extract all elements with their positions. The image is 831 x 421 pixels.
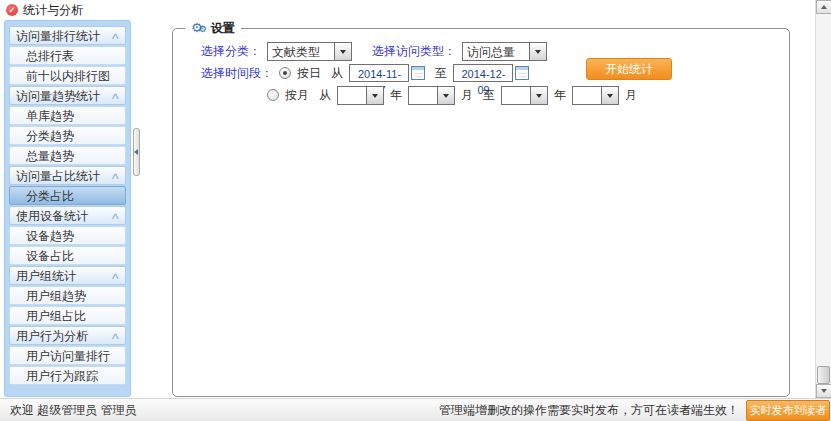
to-month-value (572, 86, 602, 105)
welcome-text: 欢迎 超级管理员 管理员 (10, 399, 137, 421)
sidebar-section-visit-ranking[interactable]: 访问量排行统计 ∧ (9, 26, 126, 45)
gear-icon: ⚙⚙ (191, 21, 207, 36)
dropdown-arrow-icon[interactable] (602, 86, 619, 105)
sidebar-item-total-trend[interactable]: 总量趋势 (9, 146, 126, 165)
sidebar-item-user-visit-ranking[interactable]: 用户访问量排行 (9, 346, 126, 365)
sidebar-item-single-db-trend[interactable]: 单库趋势 (9, 106, 126, 125)
chevron-up-icon: ∧ (110, 87, 121, 105)
section-label: 访问量占比统计 (16, 167, 100, 185)
dropdown-arrow-icon[interactable] (367, 86, 384, 105)
sidebar-item-user-behavior-tracking[interactable]: 用户行为跟踪 (9, 366, 126, 385)
settings-legend-label: 设置 (211, 20, 235, 37)
period-label: 选择时间段： (201, 65, 273, 82)
section-label: 访问量趋势统计 (16, 87, 100, 105)
category-select-value: 文献类型 (267, 42, 335, 61)
publish-button[interactable]: 实时发布到读者端 (746, 400, 830, 421)
sidebar-item-top10-chart[interactable]: 前十以内排行图 (9, 66, 126, 85)
scrollbar-thumb[interactable] (817, 366, 830, 384)
sidebar-section-device[interactable]: 使用设备统计 ∧ (9, 206, 126, 225)
arrow-down-icon (821, 389, 827, 396)
to-month-select[interactable] (572, 86, 619, 105)
sidebar-item-category-trend[interactable]: 分类趋势 (9, 126, 126, 145)
to-year-select[interactable] (501, 86, 548, 105)
sidebar-section-user-behavior[interactable]: 用户行为分析 ∧ (9, 326, 126, 345)
month-label: 月 (625, 87, 637, 104)
dropdown-arrow-icon[interactable] (335, 42, 352, 61)
section-label: 用户组统计 (16, 267, 76, 285)
scroll-up-button[interactable] (816, 0, 831, 14)
date-from-input[interactable]: 2014-11-17 (349, 64, 409, 82)
from-label: 从 (331, 65, 343, 82)
from-year-select[interactable] (337, 86, 384, 105)
sidebar-item-device-trend[interactable]: 设备趋势 (9, 226, 126, 245)
by-month-label: 按月 (285, 87, 309, 104)
arrow-up-icon (821, 2, 827, 9)
sidebar-collapse-handle[interactable] (133, 128, 140, 176)
to-label: 至 (483, 87, 495, 104)
month-label: 月 (461, 87, 473, 104)
section-label: 访问量排行统计 (16, 27, 100, 45)
section-label: 用户行为分析 (16, 327, 88, 345)
section-label: 使用设备统计 (16, 207, 88, 225)
check-badge-icon: ✓ (6, 4, 18, 16)
sidebar-item-category-proportion[interactable]: 分类占比 (9, 186, 126, 205)
by-day-radio[interactable] (279, 67, 291, 79)
settings-legend: ⚙⚙ 设置 (185, 20, 241, 37)
sidebar: 访问量排行统计 ∧ 总排行表 前十以内排行图 访问量趋势统计 ∧ 单库趋势 分类… (4, 20, 131, 397)
by-day-row: 选择时间段： 按日 从 2014-11-17 至 2014-12-09 (201, 63, 529, 83)
chevron-up-icon: ∧ (110, 207, 121, 225)
category-row: 选择分类： 文献类型 选择访问类型： 访问总量 (201, 41, 547, 61)
year-label: 年 (390, 87, 402, 104)
page-title: 统计与分析 (23, 2, 83, 19)
scroll-down-button[interactable] (816, 384, 831, 398)
by-day-label: 按日 (297, 65, 321, 82)
to-year-value (501, 86, 531, 105)
sidebar-item-device-proportion[interactable]: 设备占比 (9, 246, 126, 265)
by-month-row: 按月 从 年 月 至 年 月 (267, 85, 637, 105)
dropdown-arrow-icon[interactable] (531, 86, 548, 105)
from-label: 从 (319, 87, 331, 104)
chevron-up-icon: ∧ (110, 27, 121, 45)
sidebar-section-visit-proportion[interactable]: 访问量占比统计 ∧ (9, 166, 126, 185)
calendar-icon[interactable] (411, 66, 425, 80)
start-statistics-button[interactable]: 开始统计 (586, 58, 672, 80)
visit-type-label: 选择访问类型： (372, 43, 456, 60)
category-select[interactable]: 文献类型 (267, 42, 352, 61)
dropdown-arrow-icon[interactable] (438, 86, 455, 105)
page-header: ✓ 统计与分析 (6, 2, 83, 18)
chevron-up-icon: ∧ (110, 267, 121, 285)
visit-type-select[interactable]: 访问总量 (462, 42, 547, 61)
status-bar: 欢迎 超级管理员 管理员 管理端增删改的操作需要实时发布，方可在读者端生效！ 实… (0, 398, 831, 421)
by-month-radio[interactable] (267, 89, 279, 101)
year-label: 年 (554, 87, 566, 104)
chevron-up-icon: ∧ (110, 327, 121, 345)
chevron-up-icon: ∧ (110, 167, 121, 185)
dropdown-arrow-icon[interactable] (530, 42, 547, 61)
publish-notice-text: 管理端增删改的操作需要实时发布，方可在读者端生效！ (439, 399, 739, 421)
category-label: 选择分类： (201, 43, 261, 60)
calendar-icon[interactable] (515, 66, 529, 80)
sidebar-section-user-group[interactable]: 用户组统计 ∧ (9, 266, 126, 285)
to-label: 至 (435, 65, 447, 82)
from-month-value (408, 86, 438, 105)
from-month-select[interactable] (408, 86, 455, 105)
from-year-value (337, 86, 367, 105)
sidebar-item-user-group-trend[interactable]: 用户组趋势 (9, 286, 126, 305)
sidebar-section-visit-trend[interactable]: 访问量趋势统计 ∧ (9, 86, 126, 105)
vertical-scrollbar[interactable] (815, 0, 831, 398)
settings-panel: ⚙⚙ 设置 选择分类： 文献类型 选择访问类型： 访问总量 选择时间段： 按日 … (172, 28, 790, 397)
visit-type-select-value: 访问总量 (462, 42, 530, 61)
sidebar-item-total-ranking[interactable]: 总排行表 (9, 46, 126, 65)
sidebar-item-user-group-proportion[interactable]: 用户组占比 (9, 306, 126, 325)
collapse-left-icon (131, 149, 138, 155)
date-to-input[interactable]: 2014-12-09 (453, 64, 513, 82)
